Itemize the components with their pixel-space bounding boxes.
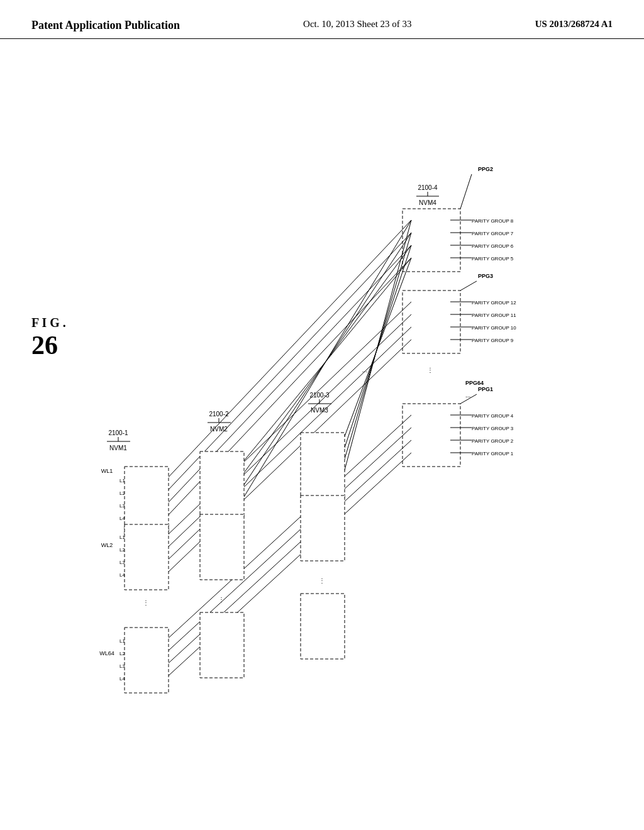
sheet-info: Oct. 10, 2013 Sheet 23 of 33 bbox=[303, 19, 411, 30]
svg-text:PARITY GROUP 2: PARITY GROUP 2 bbox=[472, 438, 514, 444]
svg-line-116 bbox=[460, 174, 472, 209]
svg-line-167 bbox=[165, 220, 411, 481]
svg-text:PARITY GROUP 4: PARITY GROUP 4 bbox=[472, 413, 514, 419]
patent-diagram: .diag-text { font-family: Arial, sans-se… bbox=[50, 64, 616, 794]
svg-rect-188 bbox=[125, 524, 169, 590]
svg-text:PARITY GROUP 8: PARITY GROUP 8 bbox=[472, 218, 514, 224]
svg-text:PARITY GROUP 12: PARITY GROUP 12 bbox=[472, 300, 516, 306]
svg-text:PPG1: PPG1 bbox=[478, 386, 493, 392]
svg-text:PPG64: PPG64 bbox=[465, 380, 484, 386]
svg-line-186 bbox=[341, 220, 411, 484]
svg-text:NVM4: NVM4 bbox=[419, 199, 436, 206]
svg-text:⋮: ⋮ bbox=[319, 577, 325, 584]
svg-text:2100-1: 2100-1 bbox=[108, 429, 128, 436]
svg-rect-192 bbox=[200, 612, 244, 678]
svg-text:WL64: WL64 bbox=[99, 650, 114, 656]
patent-number: US 2013/268724 A1 bbox=[535, 19, 613, 30]
svg-rect-133 bbox=[402, 290, 460, 353]
publication-title: Patent Application Publication bbox=[31, 19, 180, 32]
svg-text:PPG3: PPG3 bbox=[478, 273, 493, 279]
svg-text:PARITY GROUP 11: PARITY GROUP 11 bbox=[472, 313, 516, 318]
svg-rect-193 bbox=[301, 433, 345, 498]
svg-rect-189 bbox=[125, 628, 169, 693]
svg-line-135 bbox=[460, 281, 477, 290]
svg-text:PARITY GROUP 1: PARITY GROUP 1 bbox=[472, 451, 514, 456]
svg-rect-114 bbox=[402, 209, 460, 272]
svg-text:NVM2: NVM2 bbox=[210, 426, 228, 433]
diagram-area: F I G . 26 .diag-text { font-family: Ari… bbox=[0, 39, 644, 806]
svg-text:⋮: ⋮ bbox=[427, 367, 433, 374]
svg-text:PARITY GROUP 3: PARITY GROUP 3 bbox=[472, 426, 514, 431]
svg-text:NVM1: NVM1 bbox=[109, 445, 127, 451]
svg-rect-191 bbox=[200, 514, 244, 580]
svg-text:PARITY GROUP 9: PARITY GROUP 9 bbox=[472, 338, 514, 343]
svg-text:2100-4: 2100-4 bbox=[418, 184, 438, 191]
svg-text:WL1: WL1 bbox=[101, 468, 113, 474]
svg-rect-194 bbox=[301, 495, 345, 561]
svg-rect-195 bbox=[301, 594, 345, 659]
svg-text:⋮: ⋮ bbox=[143, 599, 149, 606]
svg-text:PARITY GROUP 6: PARITY GROUP 6 bbox=[472, 243, 514, 249]
svg-text:PPG2: PPG2 bbox=[478, 166, 493, 172]
svg-text:PARITY GROUP 5: PARITY GROUP 5 bbox=[472, 256, 514, 262]
page-header: Patent Application Publication Oct. 10, … bbox=[0, 0, 644, 39]
svg-text:WL2: WL2 bbox=[101, 542, 113, 548]
svg-text:...: ... bbox=[465, 392, 470, 399]
svg-rect-156 bbox=[402, 404, 460, 467]
svg-text:PARITY GROUP 7: PARITY GROUP 7 bbox=[472, 231, 514, 236]
svg-rect-190 bbox=[200, 451, 244, 517]
svg-text:PARITY GROUP 10: PARITY GROUP 10 bbox=[472, 325, 516, 331]
